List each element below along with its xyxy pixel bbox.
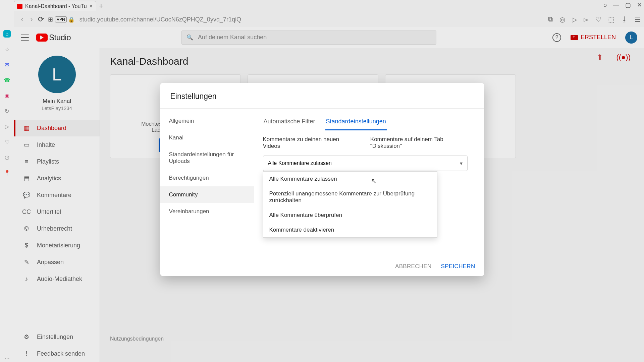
dropdown-option[interactable]: Potenziell unangemessene Kommentare zur …: [263, 186, 437, 208]
dropdown-selected-value: Alle Kommentare zulassen: [268, 160, 332, 166]
cancel-button[interactable]: ABBRECHEN: [395, 263, 432, 270]
dropdown-option[interactable]: Alle Kommentare überprüfen: [263, 208, 437, 223]
settings-modal: Einstellungen AllgemeinKanalStandardeins…: [160, 83, 484, 276]
modal-sidebar: AllgemeinKanalStandardeinstellungen für …: [160, 109, 254, 257]
modal-nav-item[interactable]: Berechtigungen: [160, 170, 254, 186]
save-button[interactable]: SPEICHERN: [441, 263, 475, 270]
dropdown-option[interactable]: Kommentare deaktivieren: [263, 223, 437, 237]
modal-tab[interactable]: Automatische Filter: [263, 115, 316, 130]
dropdown-option[interactable]: Alle Kommentare zulassen: [263, 172, 437, 186]
comments-dropdown[interactable]: Alle Kommentare zulassen ▾ Alle Kommenta…: [263, 156, 468, 171]
modal-nav-item[interactable]: Standardeinstellungen für Uploads: [160, 146, 254, 170]
modal-nav-item[interactable]: Kanal: [160, 129, 254, 146]
section-heading-new-videos: Kommentare zu deinen neuen Videos: [263, 136, 357, 149]
chevron-down-icon: ▾: [460, 160, 463, 167]
modal-content: Automatische FilterStandardeinstellungen…: [254, 109, 484, 257]
modal-nav-item[interactable]: Vereinbarungen: [160, 203, 254, 220]
modal-nav-item[interactable]: Community: [160, 186, 254, 203]
dropdown-menu: Alle Kommentare zulassenPotenziell unang…: [263, 171, 437, 238]
modal-tabs: Automatische FilterStandardeinstellungen: [263, 115, 475, 131]
modal-nav-item[interactable]: Allgemein: [160, 113, 254, 129]
section-heading-discussion: Kommentare auf deinem Tab "Diskussion": [370, 136, 475, 149]
modal-title: Einstellungen: [160, 83, 484, 108]
modal-tab[interactable]: Standardeinstellungen: [325, 115, 387, 130]
modal-backdrop: Einstellungen AllgemeinKanalStandardeins…: [0, 0, 644, 362]
